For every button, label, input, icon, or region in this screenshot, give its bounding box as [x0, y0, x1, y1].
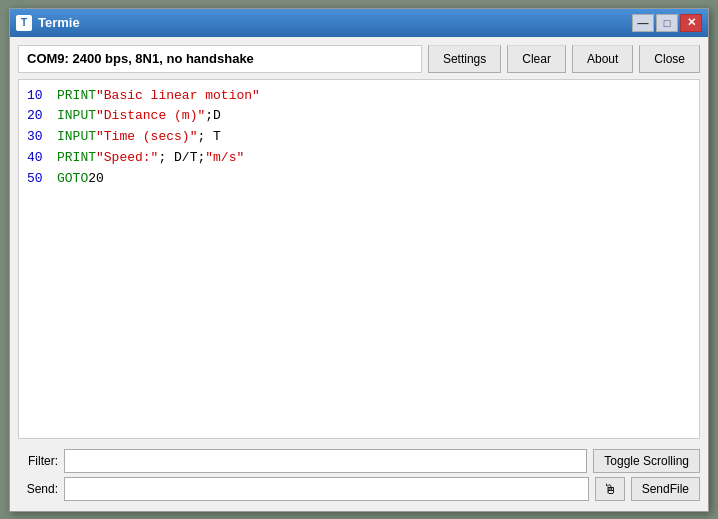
window-title: Termie	[38, 15, 80, 30]
send-input[interactable]	[64, 477, 589, 501]
table-row: 10 PRINT "Basic linear motion"	[27, 86, 691, 107]
toggle-scrolling-button[interactable]: Toggle Scrolling	[593, 449, 700, 473]
app-icon: T	[16, 15, 32, 31]
table-row: 40 PRINT "Speed:"; D/T;"m/s"	[27, 148, 691, 169]
connection-status: COM9: 2400 bps, 8N1, no handshake	[18, 45, 422, 73]
toolbar: COM9: 2400 bps, 8N1, no handshake Settin…	[18, 45, 700, 73]
filter-row: Filter: Toggle Scrolling	[18, 449, 700, 473]
table-row: 20 INPUT "Distance (m)";D	[27, 106, 691, 127]
bottom-bar: Filter: Toggle Scrolling Send: 🖱 SendFil…	[18, 445, 700, 503]
filter-input[interactable]	[64, 449, 587, 473]
close-button[interactable]: Close	[639, 45, 700, 73]
clear-button[interactable]: Clear	[507, 45, 566, 73]
maximize-button[interactable]: □	[656, 14, 678, 32]
window-content: COM9: 2400 bps, 8N1, no handshake Settin…	[10, 37, 708, 511]
about-button[interactable]: About	[572, 45, 633, 73]
title-bar: T Termie — □ ✕	[10, 9, 708, 37]
send-icon-button[interactable]: 🖱	[595, 477, 625, 501]
send-icon: 🖱	[603, 481, 617, 497]
title-bar-left: T Termie	[16, 15, 80, 31]
title-buttons: — □ ✕	[632, 14, 702, 32]
send-row: Send: 🖱 SendFile	[18, 477, 700, 501]
main-window: T Termie — □ ✕ COM9: 2400 bps, 8N1, no h…	[9, 8, 709, 512]
send-label: Send:	[18, 482, 58, 496]
terminal-output: 10 PRINT "Basic linear motion" 20 INPUT …	[18, 79, 700, 439]
minimize-button[interactable]: —	[632, 14, 654, 32]
window-close-button[interactable]: ✕	[680, 14, 702, 32]
filter-label: Filter:	[18, 454, 58, 468]
table-row: 50 GOTO 20	[27, 169, 691, 190]
settings-button[interactable]: Settings	[428, 45, 501, 73]
table-row: 30 INPUT "Time (secs)"; T	[27, 127, 691, 148]
send-file-button[interactable]: SendFile	[631, 477, 700, 501]
